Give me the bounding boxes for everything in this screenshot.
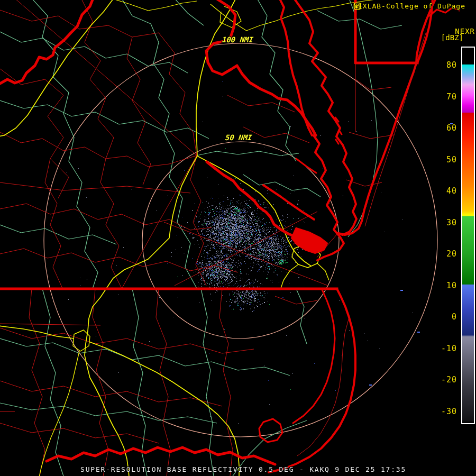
colorbar-tick-label: 40	[446, 186, 457, 196]
bottom-caption: SUPER-RESOLUTION BASE REFLECTIVITY 0.5 D…	[80, 465, 406, 473]
colorbar-tick-label: 20	[446, 249, 457, 259]
colorbar	[461, 47, 475, 424]
radar-display: 80706050403020100-10-20-30 NEXR [dBZ] NE…	[0, 0, 476, 476]
colorbar-tick-label: 70	[446, 92, 457, 102]
colorbar-gradient	[462, 48, 474, 423]
range-ring-label: 50 NMI	[225, 133, 252, 142]
range-ring-label: 100 NMI	[222, 35, 254, 44]
colorbar-tick-label: 80	[446, 60, 457, 70]
colorbar-tick-label: -10	[441, 344, 457, 353]
credit: NEXLAB-College of DuPage	[353, 2, 465, 10]
colorbar-tick-label: 10	[446, 281, 457, 290]
credit-text: NEXLAB-College of DuPage	[353, 2, 465, 10]
range-rings	[44, 43, 437, 437]
range-ring	[44, 43, 437, 437]
colorbar-tick-label: -20	[441, 375, 457, 385]
basemap-svg	[0, 0, 476, 476]
external-link-box-icon[interactable]	[353, 2, 361, 10]
colorbar-units-label: [dBZ]	[441, 33, 463, 42]
colorbar-tick-label: -30	[441, 407, 457, 416]
colorbar-tick-label: 30	[446, 218, 457, 227]
colorbar-tick-label: 0	[452, 312, 457, 322]
coastlines-rivers	[0, 0, 459, 472]
colorbar-tick-label: 50	[446, 155, 457, 164]
colorbar-tick-label: 60	[446, 123, 457, 133]
